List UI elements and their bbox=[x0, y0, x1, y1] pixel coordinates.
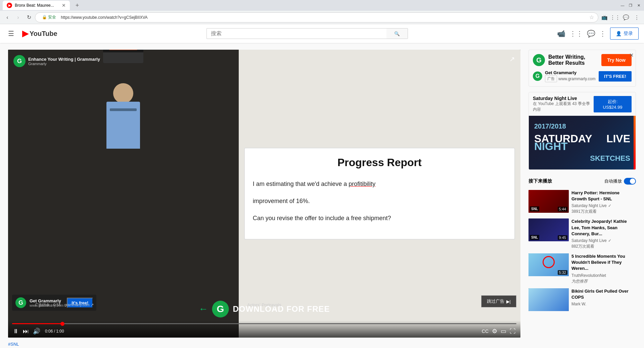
search-input[interactable] bbox=[206, 28, 386, 39]
search-wrapper: 🔍 bbox=[63, 28, 552, 39]
chat-btn[interactable]: 💬 bbox=[621, 13, 631, 22]
fullscreen-btn[interactable]: ⛶ bbox=[509, 327, 516, 336]
actors-portrayal-text: Actors' Portrayals bbox=[247, 302, 281, 307]
ad-card-close-btn[interactable]: ✕ bbox=[629, 52, 634, 58]
video-player[interactable]: Progress Report I am estimating that we'… bbox=[8, 50, 520, 338]
progress-dot bbox=[60, 322, 64, 326]
person-head bbox=[113, 83, 133, 103]
subtitles-btn[interactable]: CC bbox=[481, 328, 489, 335]
grammarly-ad-card: ✕ G Better Writing, Better Results Try N… bbox=[528, 50, 636, 87]
ad-badge: 广告 bbox=[545, 75, 557, 82]
settings-btn[interactable]: ⚙ bbox=[491, 327, 498, 336]
progress-report-line3: Can you revise the offer to include a fr… bbox=[253, 214, 506, 223]
signin-btn[interactable]: 👤 登录 bbox=[610, 28, 639, 40]
menu-btn[interactable]: ☰ bbox=[5, 27, 17, 40]
back-btn[interactable]: ‹ bbox=[3, 13, 12, 22]
controls-row: ⏸ ⏭ 🔊 0:06 / 1:00 CC ⚙ ▭ ⛶ bbox=[12, 327, 516, 336]
channel-name-4: Mark W. bbox=[571, 302, 586, 306]
its-free-btn[interactable]: IT'S FREE! bbox=[599, 71, 632, 82]
apps-icon[interactable]: ⋮⋮ bbox=[569, 30, 583, 38]
ad-channel-overlay: G Enhance Your Writing | Grammarly Gramm… bbox=[13, 55, 100, 67]
pause-btn[interactable]: ⏸ bbox=[12, 327, 19, 336]
signin-icon: 👤 bbox=[616, 31, 622, 36]
channel-name-2: Saturday Night Live bbox=[571, 238, 607, 243]
ctrl-right: CC ⚙ ▭ ⛶ bbox=[481, 327, 516, 336]
thumb-bikini bbox=[528, 288, 569, 311]
person-body bbox=[106, 102, 140, 149]
notification-icon[interactable]: 💬 bbox=[587, 30, 595, 38]
autoplay-toggle: 自动播放 bbox=[604, 178, 636, 185]
video-card-info-1: Harry Potter: Hermione Growth Spurt - SN… bbox=[571, 190, 636, 214]
autoplay-toggle-btn[interactable] bbox=[624, 178, 636, 185]
video-info: #SNL Bronx Beat: Maureen Diccico (Katy P… bbox=[8, 338, 520, 348]
ad-card-header: G Better Writing, Better Results Try Now bbox=[529, 50, 636, 70]
upload-icon[interactable]: 📹 bbox=[557, 30, 565, 38]
autoplay-text: 自动播放 bbox=[604, 178, 622, 184]
youtube-logo[interactable]: ▶ YouTube bbox=[22, 29, 57, 38]
search-btn[interactable]: 🔍 bbox=[386, 28, 408, 39]
snl-year: 2017/2018 bbox=[534, 122, 566, 130]
recommended-video-1[interactable]: SNL 5:44 Harry Potter: Hermione Growth S… bbox=[528, 190, 636, 214]
youtube-header: ☰ ▶ YouTube 🔍 📹 ⋮⋮ 💬 ⋮ 👤 登录 bbox=[0, 24, 644, 43]
video-card-channel-2: Saturday Night Live ✓ bbox=[571, 238, 636, 243]
snl-price-btn[interactable]: 起价: US$24.99 bbox=[594, 96, 632, 112]
progress-report-line1: I am estimating that we'd achieve a prof… bbox=[253, 180, 506, 189]
sidebar: ✕ G Better Writing, Better Results Try N… bbox=[528, 50, 636, 348]
theater-btn[interactable]: ▭ bbox=[500, 327, 507, 336]
video-hashtag[interactable]: #SNL bbox=[8, 342, 520, 347]
youtube-logo-text: YouTube bbox=[30, 30, 57, 38]
bookmark-btn[interactable]: ☆ bbox=[589, 14, 594, 20]
ad-headline2: Better Results bbox=[548, 60, 598, 66]
address-bar[interactable]: 🔒 安全 https://www.youtube.com/watch?v=gCS… bbox=[35, 12, 598, 22]
volume-btn[interactable]: 🔊 bbox=[32, 327, 41, 336]
recommended-video-4[interactable]: Bikini Girls Get Pulled Over COPS Mark W… bbox=[528, 288, 636, 311]
snl-thumbnail[interactable]: 2017/2018 SATURDAY NIGHT LIVE SKETCHES bbox=[529, 116, 636, 169]
video-section: Progress Report I am estimating that we'… bbox=[8, 50, 520, 348]
grammarly-url: www.grammarly.com bbox=[558, 77, 595, 81]
video-card-views-2: 882万次观看 bbox=[571, 244, 636, 249]
snl-sketches: SKETCHES bbox=[590, 154, 630, 163]
main-content: Progress Report I am estimating that we'… bbox=[0, 43, 644, 348]
maximize-btn[interactable]: ❐ bbox=[628, 3, 633, 8]
autoplay-row: 接下来播放 自动播放 bbox=[528, 175, 636, 187]
profitibility-word: profitibility bbox=[349, 181, 375, 187]
chromecast-btn[interactable]: 📺 bbox=[600, 13, 609, 22]
signin-label: 登录 bbox=[624, 31, 633, 37]
next-btn[interactable]: ⏭ bbox=[22, 327, 30, 336]
time-display: 0:06 / 1:00 bbox=[45, 329, 64, 334]
more-menu-btn[interactable]: ⋮ bbox=[632, 13, 641, 22]
video-card-rec-3: 为您推荐 bbox=[571, 279, 636, 284]
recommended-video-2[interactable]: SNL 9:45 Celebrity Jeopardy! Kathie Lee,… bbox=[528, 218, 636, 249]
toggle-thumb bbox=[630, 179, 635, 184]
try-now-btn[interactable]: Try Now bbox=[601, 54, 632, 66]
snl-night: NIGHT bbox=[534, 140, 568, 153]
recommended-video-3[interactable]: 5:32 5 Incredible Moments You Wouldn't B… bbox=[528, 253, 636, 284]
progress-bar[interactable] bbox=[12, 323, 516, 324]
refresh-btn[interactable]: ↻ bbox=[24, 13, 34, 22]
more-icon[interactable]: ⋮ bbox=[599, 30, 606, 38]
progress-report-line2: improvement of 16%. bbox=[253, 197, 506, 206]
ad-channel-name: Enhance Your Writing | Grammarly bbox=[28, 57, 100, 62]
snl-title: Saturday Night Live bbox=[533, 96, 594, 101]
thumb-harry: SNL 5:44 bbox=[528, 190, 569, 213]
apps-btn[interactable]: ⋮⋮ bbox=[610, 13, 620, 22]
video-card-title-1: Harry Potter: Hermione Growth Spurt - SN… bbox=[571, 190, 636, 202]
minimize-btn[interactable]: — bbox=[620, 3, 625, 8]
forward-btn[interactable]: › bbox=[13, 13, 23, 22]
download-logo: G bbox=[212, 301, 229, 317]
ad-logo: G bbox=[15, 297, 26, 308]
video-card-info-2: Celebrity Jeopardy! Kathie Lee, Tom Hank… bbox=[571, 218, 636, 249]
share-icon[interactable]: ↗ bbox=[509, 55, 515, 63]
snl-badge-1: SNL bbox=[530, 206, 539, 211]
autoplay-label: 接下来播放 bbox=[528, 178, 552, 184]
grammarly-small-logo: G bbox=[533, 71, 542, 81]
browser-tab[interactable]: ▶ Bronx Beat: Mauree... ✕ bbox=[3, 1, 70, 10]
progress-fill bbox=[12, 323, 62, 324]
video-card-title-2: Celebrity Jeopardy! Kathie Lee, Tom Hank… bbox=[571, 218, 636, 237]
snl-header: Saturday Night Live 在 YouTube 上观看第 43 季全… bbox=[529, 92, 636, 116]
tab-close-btn[interactable]: ✕ bbox=[62, 3, 66, 8]
skip-ad-btn[interactable]: 跳过广告 ▶| bbox=[481, 295, 516, 307]
close-btn[interactable]: ✕ bbox=[636, 3, 641, 8]
thumb-incredible: 5:32 bbox=[528, 253, 569, 276]
new-tab-btn[interactable]: + bbox=[73, 1, 82, 10]
